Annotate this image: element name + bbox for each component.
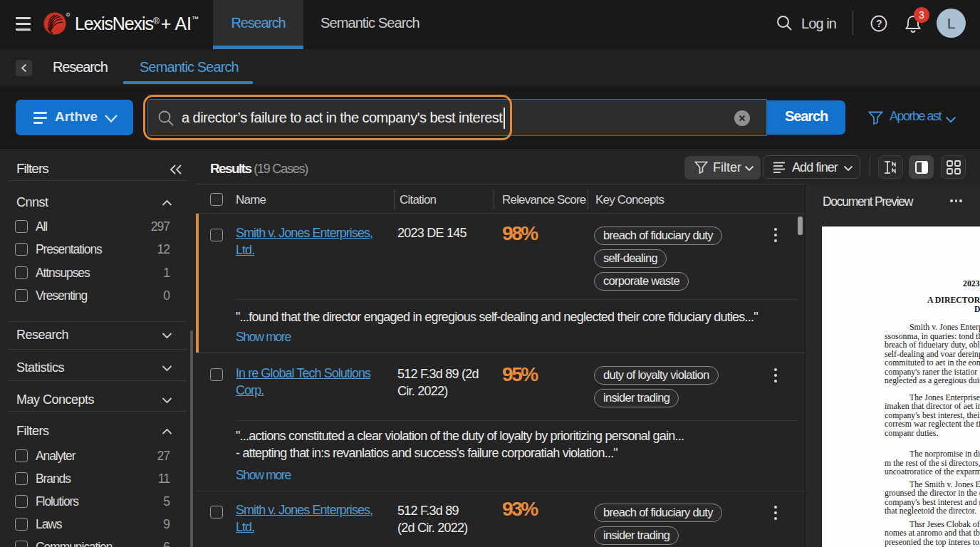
svg-text:?: ? bbox=[876, 18, 882, 29]
svg-text:R: R bbox=[67, 14, 70, 17]
